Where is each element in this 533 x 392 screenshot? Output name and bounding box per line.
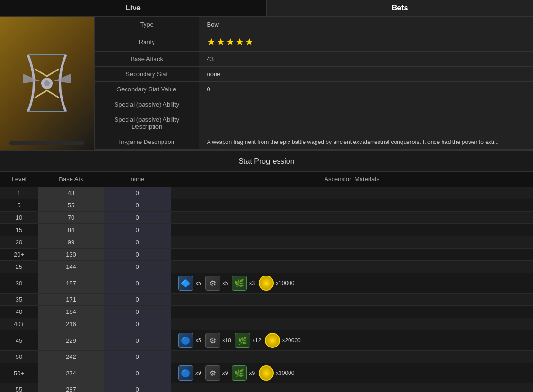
material-count: x30000 <box>276 370 294 376</box>
coin-icon: ● <box>259 276 274 291</box>
material-count: x5 <box>222 280 228 286</box>
cell-stat: 0 <box>104 187 171 199</box>
cell-stat: 0 <box>104 306 171 318</box>
header-tabs: Live Beta <box>0 0 533 17</box>
cell-ascension <box>171 236 533 249</box>
cell-ascension <box>171 318 533 330</box>
cell-base-atk: 229 <box>38 330 104 351</box>
cell-level: 20 <box>0 236 38 249</box>
tab-beta[interactable]: Beta <box>267 0 533 16</box>
type-row: Type Bow <box>95 17 533 32</box>
ingame-desc-label: In-game Description <box>95 134 199 150</box>
material-icon: ⚙ <box>205 365 220 381</box>
cell-base-atk: 242 <box>38 351 104 363</box>
cell-base-atk: 287 <box>38 383 104 392</box>
cell-ascension <box>171 212 533 224</box>
weapon-icon <box>9 45 85 121</box>
cell-stat: 0 <box>104 273 171 294</box>
rarity-row: Rarity ★★★★★ <box>95 32 533 52</box>
cell-level: 25 <box>0 261 38 273</box>
material-count: x12 <box>252 337 261 344</box>
table-row: 401840 <box>0 306 533 318</box>
svg-point-1 <box>44 80 50 86</box>
cell-ascension <box>171 294 533 306</box>
cell-stat: 0 <box>104 199 171 212</box>
material-count: x18 <box>222 337 231 344</box>
cell-level: 40 <box>0 306 38 318</box>
cell-stat: 0 <box>104 224 171 236</box>
table-row: 452290🔵x5⚙x18🌿x12●x20000 <box>0 330 533 351</box>
material-icon: ⚙ <box>205 276 220 291</box>
cell-level: 30 <box>0 273 38 294</box>
col-stat: none <box>104 172 171 187</box>
table-row: 1430 <box>0 187 533 199</box>
table-row: 502420 <box>0 351 533 363</box>
weapon-details-table: Type Bow Rarity ★★★★★ Base Attack 43 Sec… <box>95 17 533 150</box>
cell-level: 50+ <box>0 363 38 383</box>
table-row: 10700 <box>0 212 533 224</box>
cell-level: 55 <box>0 383 38 392</box>
material-count: x3 <box>249 280 255 286</box>
cell-base-atk: 84 <box>38 224 104 236</box>
cell-stat: 0 <box>104 212 171 224</box>
table-row: 20+1300 <box>0 249 533 261</box>
base-attack-label: Base Attack <box>95 52 199 67</box>
cell-level: 40+ <box>0 318 38 330</box>
cell-stat: 0 <box>104 249 171 261</box>
tab-live[interactable]: Live <box>0 0 267 16</box>
stat-progression-title: Stat Progression <box>0 151 533 172</box>
material-icon: 🔵 <box>178 365 193 381</box>
cell-base-atk: 70 <box>38 212 104 224</box>
col-base-atk: Base Atk <box>38 172 104 187</box>
cell-ascension: 🔵x5⚙x18🌿x12●x20000 <box>171 330 533 351</box>
cell-stat: 0 <box>104 363 171 383</box>
ingame-desc-value: A weapon fragment from the epic battle w… <box>199 134 533 150</box>
cell-ascension <box>171 187 533 199</box>
cell-level: 5 <box>0 199 38 212</box>
cell-base-atk: 171 <box>38 294 104 306</box>
base-attack-value: 43 <box>199 52 533 67</box>
cell-ascension <box>171 351 533 363</box>
cell-ascension <box>171 306 533 318</box>
table-row: 301570🔷x5⚙x5🌿x3●x10000 <box>0 273 533 294</box>
cell-level: 20+ <box>0 249 38 261</box>
cell-stat: 0 <box>104 351 171 363</box>
material-icon: ⚙ <box>205 333 220 348</box>
coin-icon: ● <box>265 333 280 348</box>
cell-base-atk: 144 <box>38 261 104 273</box>
material-icon: 🌿 <box>232 276 247 291</box>
secondary-stat-value-label: Secondary Stat Value <box>95 82 199 97</box>
material-count: x20000 <box>282 337 300 344</box>
type-value: Bow <box>199 17 533 32</box>
cell-ascension <box>171 224 533 236</box>
cell-ascension <box>171 249 533 261</box>
cell-stat: 0 <box>104 236 171 249</box>
col-ascension: Ascension Materials <box>171 172 533 187</box>
table-row: 5550 <box>0 199 533 212</box>
secondary-stat-value: none <box>199 67 533 82</box>
material-count: x9 <box>222 370 228 376</box>
secondary-stat-value-row: Secondary Stat Value 0 <box>95 82 533 97</box>
table-header-row: Level Base Atk none Ascension Materials <box>0 172 533 187</box>
special-ability-label: Special (passive) Ability <box>95 97 199 112</box>
cell-base-atk: 184 <box>38 306 104 318</box>
cell-base-atk: 43 <box>38 187 104 199</box>
cell-base-atk: 130 <box>38 249 104 261</box>
rarity-value: ★★★★★ <box>199 32 533 52</box>
cell-stat: 0 <box>104 318 171 330</box>
cell-base-atk: 99 <box>38 236 104 249</box>
coin-icon: ● <box>259 365 274 381</box>
cell-ascension: 🔷x5⚙x5🌿x3●x10000 <box>171 273 533 294</box>
cell-stat: 0 <box>104 294 171 306</box>
cell-ascension: 🔵x9⚙x9🌿x9●x30000 <box>171 363 533 383</box>
cell-ascension <box>171 199 533 212</box>
table-row: 40+2160 <box>0 318 533 330</box>
cell-base-atk: 55 <box>38 199 104 212</box>
secondary-stat-label: Secondary Stat <box>95 67 199 82</box>
cell-level: 15 <box>0 224 38 236</box>
special-ability-desc-label: Special (passive) Ability Description <box>95 112 199 134</box>
special-ability-desc-row: Special (passive) Ability Description <box>95 112 533 134</box>
cell-level: 35 <box>0 294 38 306</box>
cell-base-atk: 157 <box>38 273 104 294</box>
table-row: 552870 <box>0 383 533 392</box>
